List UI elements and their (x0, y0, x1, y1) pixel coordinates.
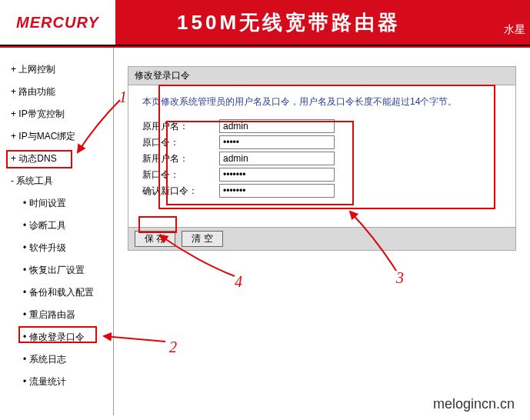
sidebar-sub-backup[interactable]: 备份和载入配置 (9, 282, 113, 304)
sidebar-item-access-control[interactable]: 上网控制 (9, 58, 113, 81)
header-right: 水星 (504, 23, 525, 37)
input-old-user[interactable] (219, 119, 335, 133)
input-new-user[interactable] (219, 152, 335, 165)
logo-box: MERCURY (0, 0, 115, 45)
sidebar-sub-upgrade[interactable]: 软件升级 (9, 237, 113, 259)
panel-title: 修改登录口令 (128, 66, 516, 85)
sidebar-sub-password[interactable]: 修改登录口令 (9, 326, 113, 348)
sidebar-sub-reboot[interactable]: 重启路由器 (9, 304, 113, 326)
label-old-pass: 原口令： (142, 136, 219, 149)
panel-body: 本页修改系统管理员的用户名及口令，用户名及口令长度不能超过14个字节。 原用户名… (128, 85, 516, 228)
input-old-pass[interactable] (219, 135, 335, 149)
input-new-pass[interactable] (219, 168, 335, 182)
label-new-pass: 新口令： (142, 168, 219, 182)
label-confirm-pass: 确认新口令： (142, 185, 219, 198)
sidebar-item-bandwidth[interactable]: IP带宽控制 (9, 103, 113, 125)
label-old-user: 原用户名： (142, 120, 219, 133)
clear-button[interactable]: 清 空 (182, 231, 222, 247)
sidebar-item-ipmac[interactable]: IP与MAC绑定 (9, 125, 113, 148)
watermark: melogincn.cn (433, 396, 515, 412)
sidebar: 上网控制 路由功能 IP带宽控制 IP与MAC绑定 动态DNS 系统工具 时间设… (0, 48, 114, 415)
sidebar-sub-time[interactable]: 时间设置 (9, 192, 113, 215)
sidebar-item-ddns[interactable]: 动态DNS (9, 148, 113, 170)
sidebar-sub-diag[interactable]: 诊断工具 (9, 215, 113, 237)
panel-description: 本页修改系统管理员的用户名及口令，用户名及口令长度不能超过14个字节。 (142, 95, 502, 108)
logo-text: MERCURY (16, 14, 99, 32)
sidebar-sub-traffic[interactable]: 流量统计 (9, 371, 113, 393)
content-area: 修改登录口令 本页修改系统管理员的用户名及口令，用户名及口令长度不能超过14个字… (114, 48, 530, 415)
sidebar-sub-syslog[interactable]: 系统日志 (9, 348, 113, 371)
header: MERCURY 150M无线宽带路由器 水星 (0, 0, 530, 45)
sidebar-sub-factory[interactable]: 恢复出厂设置 (9, 259, 113, 282)
save-button[interactable]: 保 存 (135, 231, 175, 247)
header-title: 150M无线宽带路由器 (177, 9, 401, 36)
input-confirm-pass[interactable] (219, 184, 335, 198)
label-new-user: 新用户名： (142, 152, 219, 165)
sidebar-item-routing[interactable]: 路由功能 (9, 81, 113, 103)
button-row: 保 存 清 空 (128, 228, 516, 251)
sidebar-item-system-tools[interactable]: 系统工具 (9, 170, 113, 192)
